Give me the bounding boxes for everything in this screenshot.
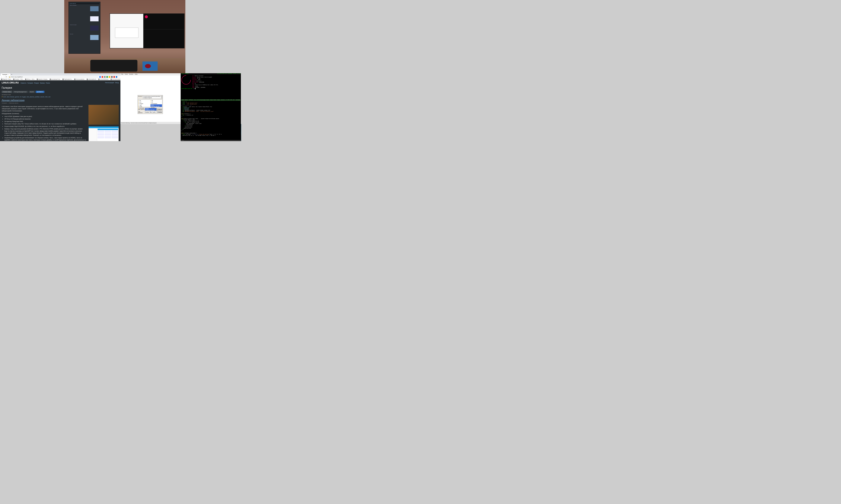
- close-icon[interactable]: ×: [8, 74, 9, 75]
- nav-link[interactable]: Форум: [34, 82, 39, 84]
- terminals: 0 tmux dotfiles 0 % 0.55 0.95 1.20 | hos…: [181, 73, 241, 141]
- file-open-dialog: Каталог: /home/romanov/work/docker/test-…: [138, 95, 163, 114]
- favicon-icon: [50, 79, 51, 80]
- debian-logo-icon: [182, 75, 191, 85]
- bookmark-item[interactable]: Dropbox - Firm...: [13, 79, 24, 80]
- menu-docker[interactable]: Docker: [129, 73, 133, 75]
- folder-icon: ▸: [138, 103, 139, 104]
- toolbar: ← → ⟳ 🔒 linux.org.ru/gallery/ ⋮: [0, 76, 120, 78]
- folder-icon: ▸: [138, 102, 139, 103]
- extension-icon[interactable]: [99, 76, 101, 78]
- favicon-icon: [37, 79, 38, 80]
- status-bar: Current directory: /home/romanov/work/do…: [120, 122, 181, 124]
- bookmark-item[interactable]: Magento: Class...: [1, 79, 12, 80]
- extension-icon[interactable]: [109, 76, 110, 78]
- folder-item[interactable]: ▸images: [138, 103, 150, 104]
- editor-window: File Tools Docker Help Каталог: /home/ro…: [120, 73, 181, 124]
- nav-link[interactable]: Поиск: [46, 82, 50, 84]
- nav-link[interactable]: Новости: [20, 82, 27, 84]
- shell-prompt: romanov@private-VM ~ $ _: [181, 88, 195, 89]
- register-link[interactable]: Регистрация: [105, 82, 114, 84]
- folder-item[interactable]: ▸node: [138, 106, 150, 107]
- extension-icon[interactable]: [106, 76, 108, 78]
- filter-add[interactable]: Добавить: [36, 91, 44, 93]
- thumbnail-image[interactable]: [88, 126, 119, 141]
- extension-icon[interactable]: [111, 76, 113, 78]
- mouse: [145, 64, 151, 68]
- path-input[interactable]: /home/romanov/work/docker/test-nodejs/co…: [143, 95, 161, 98]
- login-link[interactable]: Вход: [115, 82, 119, 84]
- extension-icon[interactable]: [104, 76, 106, 78]
- tmux-status-right: 0 % 0.55 0.95 1.20 | hostname | 09:40 | …: [217, 73, 241, 75]
- tag-list: 🏷 arch, dwm, fedora, gnome, i3, i3-gaps,…: [2, 96, 119, 97]
- back-button[interactable]: ←: [1, 76, 2, 78]
- reload-button[interactable]: ⟳: [5, 76, 7, 78]
- new-tab-button[interactable]: +: [10, 73, 13, 75]
- extension-icon[interactable]: [113, 76, 115, 78]
- nav-link[interactable]: Трекер: [40, 82, 45, 84]
- bookmark-item[interactable]: rutheziaathosti...: [87, 79, 97, 80]
- terminal-editor[interactable]: /home/romanov/.dotfiles/.oh-my-zsh/custo…: [181, 99, 241, 141]
- page-title: Галерея: [2, 86, 119, 89]
- bookmark-item[interactable]: rucho/Reflected...: [98, 79, 109, 80]
- folder-icon: ▸: [138, 105, 139, 106]
- ultrawide-monitor: [110, 14, 185, 48]
- menu-tools[interactable]: Tools: [125, 73, 128, 75]
- folder-item[interactable]: ▸bin: [138, 100, 150, 101]
- cancel-button[interactable]: Отмена: [157, 111, 162, 113]
- tmux-status-left: 0 tmux dotfiles: [181, 73, 189, 75]
- desktop-wallpaper: [241, 124, 241, 141]
- filter-archive[interactable]: Архив: [29, 91, 35, 93]
- system-info: OS: Debian 10 buster Kernel: x86_64 Linu…: [192, 75, 218, 88]
- bookmark-item[interactable]: Использование...: [74, 79, 85, 80]
- open-button[interactable]: Открыть: [157, 109, 162, 110]
- favicon-icon: [74, 79, 75, 80]
- menu-bar: File Tools Docker Help: [120, 73, 181, 75]
- tmux-status-left: /home/romanov/.dotfiles/.oh-my-zsh/custo…: [181, 100, 222, 101]
- browser-window: Галерея × + ← → ⟳ 🔒 linux.org.ru/gallery…: [0, 73, 120, 141]
- file-list[interactable]: ▸bin ▸env ▸images ▸logs ▸node ▸sendmail …: [138, 100, 162, 107]
- bookmark-item[interactable]: Flightradar24.c...: [63, 79, 73, 80]
- filter-unconfirmed[interactable]: Неподтвержденные: [13, 91, 28, 93]
- bookmark-item[interactable]: Автоматизация...: [110, 79, 120, 80]
- menu-icon[interactable]: ⋮: [118, 76, 120, 78]
- address-bar[interactable]: 🔒 linux.org.ru/gallery/: [7, 76, 99, 78]
- folder-item[interactable]: ▸logs: [138, 104, 150, 106]
- site-nav: Новости Галерея Форум Трекер Поиск: [20, 82, 50, 84]
- browser-tab[interactable]: Галерея ×: [1, 73, 10, 76]
- folder-item[interactable]: ▸api-packed: [150, 103, 162, 104]
- up-button[interactable]: ^: [161, 95, 162, 98]
- editor-statusbar: ~/work: [181, 140, 241, 141]
- favicon-icon: [25, 79, 27, 80]
- filetype-label: Тип файлов:: [138, 111, 145, 113]
- menu-file[interactable]: File: [121, 73, 123, 75]
- nav-link[interactable]: Галерея: [28, 82, 33, 84]
- folder-icon: ▸: [150, 100, 151, 101]
- filename-input[interactable]: docker-compose.dev.yml: [145, 108, 157, 111]
- folder-item[interactable]: ▸sql: [150, 100, 162, 101]
- filetype-select[interactable]: Docker YML (*.yml): [145, 111, 157, 113]
- thumbnail-image[interactable]: [88, 105, 119, 125]
- tmux-status-right: [zsh] 1 % 0.55 0.95 1.20 | hostname | 09…: [222, 100, 241, 101]
- favicon-icon: [110, 79, 112, 80]
- catalog-label: Каталог:: [138, 95, 143, 98]
- forward-button[interactable]: →: [3, 76, 5, 78]
- site-logo[interactable]: LINUX.ORG.RU: [2, 81, 19, 84]
- menu-help[interactable]: Help: [135, 73, 137, 75]
- folder-item[interactable]: ▸env: [138, 101, 150, 103]
- profile-icon[interactable]: [116, 76, 117, 78]
- bookmark-item[interactable]: Apachis: Неприв...: [37, 79, 48, 80]
- bookmark-item[interactable]: анонимный Can...: [50, 79, 61, 80]
- favicon-icon: [13, 79, 15, 80]
- filter-new[interactable]: Новые темы: [2, 91, 12, 93]
- favicon-icon: [98, 79, 100, 80]
- favicon-icon: [87, 79, 88, 80]
- folder-icon: ▸: [150, 103, 151, 104]
- article-title-link[interactable]: Дачная лаборатория: [2, 99, 119, 102]
- folder-item[interactable]: ▸src: [150, 101, 162, 103]
- file-item-selected[interactable]: docker-compose.dev.yml: [150, 104, 162, 107]
- bookmark-item[interactable]: 308.ua – Личн...: [25, 79, 35, 80]
- extension-icon[interactable]: [102, 76, 103, 78]
- article-text: Собственно, пока были новогодние праздни…: [2, 105, 86, 141]
- terminal-sysinfo[interactable]: 0 tmux dotfiles 0 % 0.55 0.95 1.20 | hos…: [181, 73, 241, 99]
